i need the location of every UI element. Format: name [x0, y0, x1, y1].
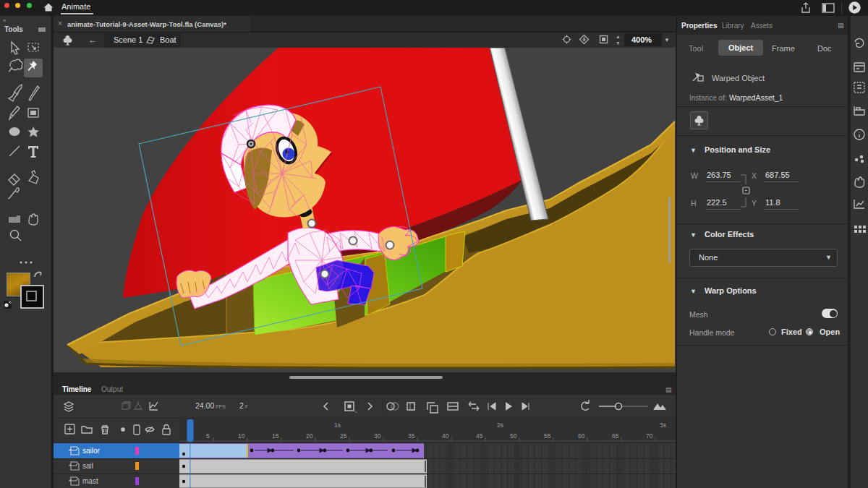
svg-text:sailor: sailor [82, 447, 101, 455]
svg-text:mast: mast [82, 477, 98, 485]
svg-text:70: 70 [646, 432, 653, 440]
svg-text:30: 30 [374, 432, 381, 440]
svg-text:55: 55 [544, 432, 551, 440]
svg-text:1s: 1s [334, 421, 341, 429]
svg-text:25: 25 [340, 432, 347, 440]
svg-text:2s: 2s [497, 421, 503, 429]
svg-text:10: 10 [238, 432, 245, 440]
svg-text:20: 20 [306, 432, 313, 440]
svg-text:3s: 3s [660, 421, 666, 429]
svg-text:45: 45 [476, 432, 483, 440]
svg-text:5: 5 [206, 432, 210, 440]
svg-text:40: 40 [442, 432, 449, 440]
svg-text:15: 15 [272, 432, 279, 440]
svg-text:65: 65 [612, 432, 619, 440]
svg-text:50: 50 [510, 432, 517, 440]
svg-text:60: 60 [578, 432, 585, 440]
svg-text:sail: sail [82, 462, 93, 470]
svg-text:35: 35 [408, 432, 415, 440]
